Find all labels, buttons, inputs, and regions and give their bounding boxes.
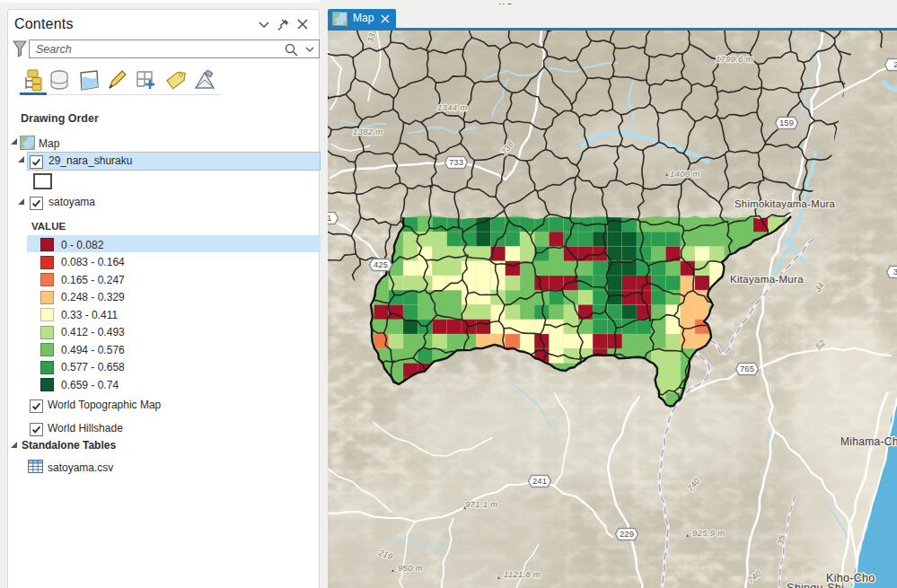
svg-text:733: 733 [449, 157, 463, 167]
svg-text:Shimokitayama-Mura: Shimokitayama-Mura [734, 198, 836, 209]
svg-text:1799.6 m: 1799.6 m [716, 54, 753, 64]
svg-text:Kitayama-Mura: Kitayama-Mura [730, 274, 804, 285]
svg-text:Mihama-Cho: Mihama-Cho [840, 435, 897, 448]
svg-text:Shingu-Shi: Shingu-Shi [787, 582, 844, 588]
svg-text:2: 2 [893, 59, 897, 69]
svg-text:229: 229 [620, 529, 634, 539]
svg-text:241: 241 [532, 476, 547, 486]
svg-text:159: 159 [779, 118, 794, 127]
svg-text:425: 425 [374, 259, 388, 269]
svg-text:765: 765 [740, 364, 754, 373]
svg-text:950 m: 950 m [398, 563, 423, 573]
svg-text:1344 m: 1344 m [437, 102, 468, 112]
svg-text:925.9 m: 925.9 m [692, 528, 725, 538]
svg-text:71: 71 [328, 213, 331, 223]
svg-text:971.1 m: 971.1 m [465, 499, 497, 509]
svg-text:1408 m: 1408 m [670, 169, 700, 179]
svg-text:1121.8 m: 1121.8 m [504, 569, 541, 579]
svg-text:1382 m: 1382 m [353, 127, 383, 136]
svg-text:30: 30 [893, 267, 897, 276]
